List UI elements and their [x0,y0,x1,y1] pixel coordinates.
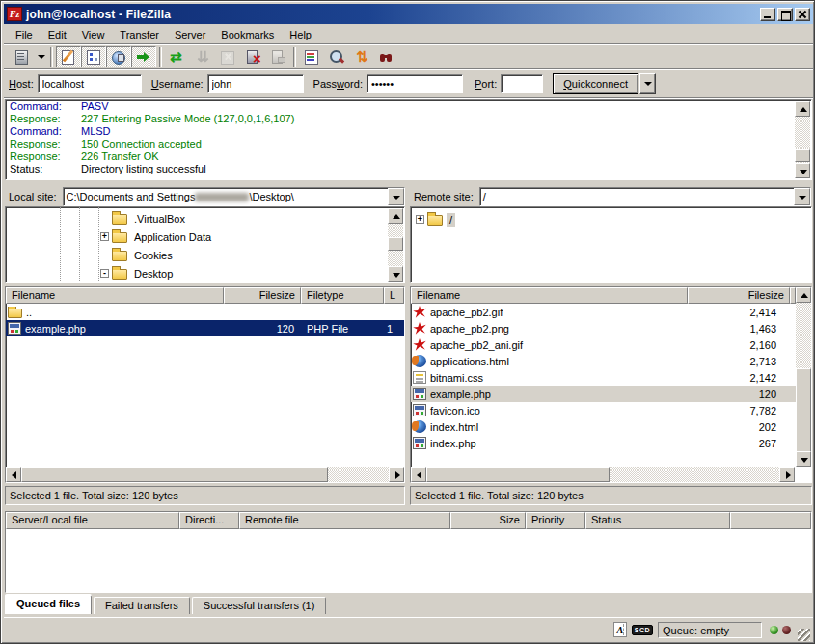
scroll-down-icon[interactable] [796,451,811,467]
file-row[interactable]: applications.html 2,713 [411,353,796,369]
remote-path-combobox[interactable]: / [479,187,811,206]
local-path-value[interactable]: C:\Documents and Settings\Desktop\ [64,188,388,205]
combo-dropdown-icon[interactable] [794,188,810,205]
remote-path-value[interactable]: / [480,188,794,205]
disconnect-button[interactable] [240,46,265,67]
find-files-button[interactable] [374,46,399,67]
queue-column-header[interactable]: Priority [526,512,585,529]
menu-help[interactable]: Help [282,27,319,42]
username-input[interactable] [207,74,304,93]
quickconnect-button[interactable]: Quickconnect [553,73,638,94]
scrollbar-thumb[interactable] [796,368,811,453]
scroll-up-icon[interactable] [796,287,811,303]
menu-bookmarks[interactable]: Bookmarks [213,27,282,42]
tree-item-label[interactable]: / [447,213,455,227]
remote-list-hscrollbar[interactable] [411,467,795,482]
toggle-local-tree-button[interactable] [81,46,106,67]
toolbar-separator[interactable] [50,47,53,67]
menu-view[interactable]: View [74,27,113,42]
scroll-down-icon[interactable] [795,163,810,178]
scroll-right-icon[interactable] [779,467,795,482]
tree-item[interactable]: + Application Data [6,228,404,246]
file-row[interactable]: apache_pb2.gif 2,414 [411,304,796,320]
toggle-queue-button[interactable] [131,46,156,67]
toolbar-separator[interactable] [159,47,162,67]
scroll-left-icon[interactable] [411,467,426,482]
scroll-up-icon[interactable] [795,101,810,117]
transfer-type-icon[interactable]: A [613,622,627,637]
local-list-hscrollbar[interactable] [6,467,404,482]
site-manager-dropdown[interactable] [34,46,47,67]
column-header[interactable]: L [384,287,404,304]
menu-server[interactable]: Server [167,27,213,42]
tree-item-label[interactable]: Application Data [131,230,214,244]
log-scrollbar[interactable] [795,101,810,178]
column-header[interactable]: Filesize [688,287,790,304]
toggle-remote-tree-button[interactable] [106,46,131,67]
file-row[interactable]: index.php 267 [411,435,796,451]
toolbar-separator[interactable] [293,47,296,67]
queue-column-header[interactable]: Directi... [179,512,239,529]
cancel-operation-button[interactable] [215,46,240,67]
menu-transfer[interactable]: Transfer [112,27,167,42]
password-input[interactable] [367,74,463,93]
filter-button[interactable] [299,46,324,67]
reconnect-button[interactable] [265,46,290,67]
speed-limit-icon[interactable]: SCD [632,625,653,635]
tree-expander[interactable]: + [416,215,424,224]
file-row[interactable]: apache_pb2.png 1,463 [411,320,796,336]
maximize-button[interactable] [777,8,793,21]
host-input[interactable] [38,74,142,93]
tab-successful-transfers[interactable]: Successful transfers (1) [192,597,327,614]
scroll-left-icon[interactable] [6,467,21,482]
tree-item[interactable]: Cookies [6,246,404,264]
toggle-message-log-button[interactable] [56,46,81,67]
column-header[interactable]: Filetype [301,287,384,304]
tab-queued-files[interactable]: Queued files [5,595,92,614]
minimize-button[interactable] [760,8,775,21]
file-row[interactable]: .. [6,304,404,320]
site-manager-button[interactable] [9,46,34,67]
synchronized-browsing-button[interactable] [349,46,374,67]
scroll-up-icon[interactable] [388,208,403,224]
file-row[interactable]: apache_pb2_ani.gif 2,160 [411,336,796,353]
queue-column-header[interactable]: Server/Local file [6,512,179,529]
tree-item-label[interactable]: .VirtualBox [131,212,188,226]
tab-failed-transfers[interactable]: Failed transfers [94,597,190,614]
menu-edit[interactable]: Edit [41,27,74,42]
tree-item[interactable]: + / [411,210,811,228]
combo-dropdown-icon[interactable] [388,188,404,205]
queue-column-header[interactable]: Remote file [239,512,450,529]
tree-item[interactable]: - Desktop [6,264,404,282]
quickconnect-dropdown[interactable] [639,73,656,94]
scrollbar-thumb[interactable] [795,149,810,162]
tree-expander[interactable]: + [100,232,109,241]
file-row[interactable]: index.html 202 [411,418,796,435]
scrollbar-thumb[interactable] [21,467,328,482]
file-row[interactable]: example.php 120 [411,386,796,402]
close-button[interactable] [795,8,810,21]
port-input[interactable] [501,74,543,93]
process-queue-button[interactable] [190,46,215,67]
refresh-button[interactable] [165,46,190,67]
scrollbar-thumb[interactable] [426,467,610,482]
column-header[interactable]: Filename [6,287,224,304]
file-row[interactable]: bitnami.css 2,142 [411,369,796,386]
local-tree-scrollbar[interactable] [388,208,403,282]
file-row[interactable]: example.php 120 PHP File 1 [6,320,404,336]
column-header[interactable]: Filename [411,287,688,304]
tree-item-label[interactable]: Cookies [131,249,176,262]
queue-column-header[interactable]: Status [585,512,730,529]
scroll-right-icon[interactable] [389,467,404,482]
directory-comparison-button[interactable] [324,46,349,67]
scroll-down-icon[interactable] [388,266,403,282]
tree-item-label[interactable]: Desktop [131,267,176,281]
file-row[interactable]: favicon.ico 7,782 [411,402,796,418]
scrollbar-thumb[interactable] [388,237,403,251]
local-path-combobox[interactable]: C:\Documents and Settings\Desktop\ [63,187,405,206]
queue-column-header[interactable]: Size [450,512,526,529]
menu-file[interactable]: File [8,27,41,42]
remote-list-vscrollbar[interactable] [796,287,811,467]
tree-item[interactable]: .VirtualBox [6,209,404,228]
resize-grip[interactable] [798,629,810,641]
